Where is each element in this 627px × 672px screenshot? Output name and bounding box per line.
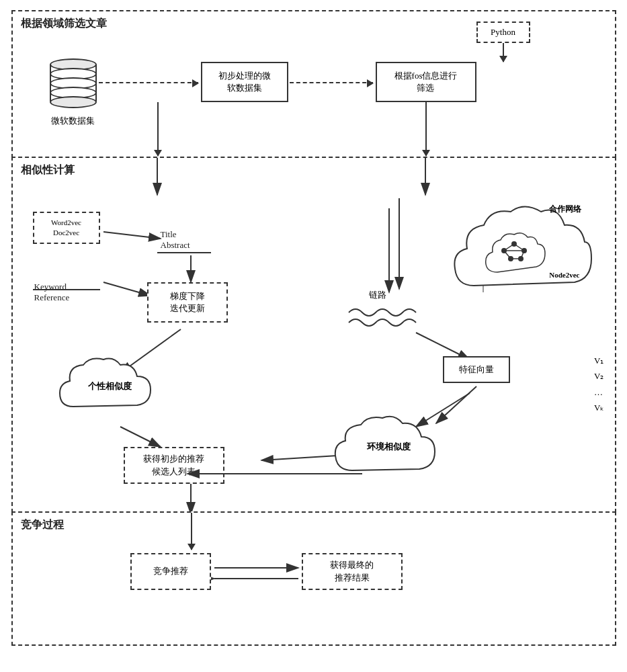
keyword-reference-underline [33, 289, 100, 290]
v2-label: V₂ [594, 368, 604, 384]
arrow-db-to-box1 [99, 82, 198, 83]
env-similarity-text: 环境相似度 [367, 441, 411, 453]
keyword-reference-label: Keyword Reference [34, 271, 70, 303]
final-result-box: 获得最终的 推荐结果 [302, 553, 403, 590]
arrow-python-to-box2 [503, 43, 504, 62]
doc2vec-label: Doc2vec [53, 228, 79, 238]
svg-line-11 [416, 333, 470, 360]
env-to-candidate-arrow [181, 460, 369, 487]
arrow-box1-to-box2 [290, 82, 373, 83]
vk-label: Vₖ [594, 400, 604, 415]
node2vec-label: Node2vec [549, 271, 579, 279]
network-to-link-arrow [382, 195, 416, 296]
svg-line-4 [103, 232, 161, 239]
section-mid: 相似性计算 [11, 157, 616, 513]
arrow-box2-down [425, 102, 427, 156]
competition-box: 竞争推荐 [130, 553, 211, 590]
processed-dataset-box: 初步处理的微 软数据集 [201, 62, 288, 102]
svg-line-27 [436, 386, 476, 423]
word2vec-label: Word2vec [51, 218, 81, 228]
cooperation-network-label: 合作网络 [549, 204, 581, 215]
section-top-label: 根据领域筛选文章 [21, 17, 107, 31]
svg-line-8 [120, 427, 161, 447]
section-bot-label: 竞争过程 [21, 518, 64, 532]
vector-labels: V₁ V₂ … Vₖ [594, 353, 604, 416]
title-abstract-underline [157, 252, 211, 253]
diagram-container: 根据领域筛选文章 微软数据集 初步处理的微 软数据集 根据fos信息进行 筛选 … [11, 10, 616, 646]
arrow-from-mid [191, 513, 192, 550]
word2vec-doc2vec-box: Word2vec Doc2vec [33, 212, 100, 244]
fos-filter-box: 根据fos信息进行 筛选 [376, 62, 476, 102]
title-abstract-label: Title Abstract [161, 218, 190, 251]
database-icon: 微软数据集 [50, 58, 97, 127]
link-area: 链路 [342, 289, 423, 336]
feat-to-env-arrow [416, 380, 517, 433]
section-top: 根据领域筛选文章 微软数据集 初步处理的微 软数据集 根据fos信息进行 筛选 … [11, 10, 616, 158]
section-bot: 竞争过程 竞争推荐 获得最终的 推荐结果 [11, 511, 616, 646]
feature-vector-box: 特征向量 [443, 356, 510, 383]
cooperation-network-cloud: 合作网络 Node2vec [447, 192, 595, 299]
personal-similarity-cloud: 个性相似度 [53, 353, 167, 420]
svg-line-6 [103, 282, 151, 296]
personal-similarity-text: 个性相似度 [88, 380, 132, 392]
competition-arrows-svg [211, 553, 305, 593]
section-mid-label: 相似性计算 [21, 163, 75, 177]
v1-label: V₁ [594, 353, 604, 368]
python-box: Python [476, 22, 530, 43]
arrow-db-down [157, 102, 159, 156]
db-label: 微软数据集 [51, 115, 95, 127]
gradient-descent-box: 梯度下降 迭代更新 [147, 282, 228, 323]
dots-label: … [594, 384, 604, 400]
